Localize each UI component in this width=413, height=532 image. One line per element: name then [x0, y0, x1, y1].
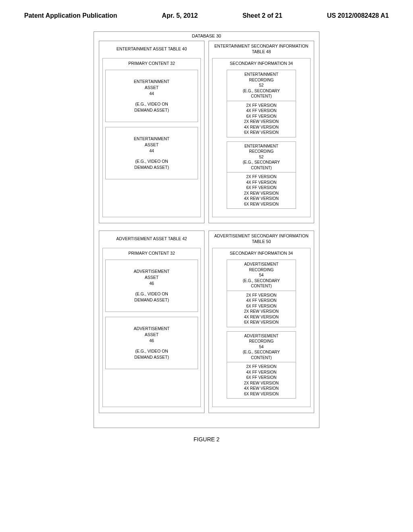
- version-item: 6X FF VERSION: [246, 375, 276, 380]
- figure-container: DATABASE 30 ENTERTAINMENT ASSET TABLE 40…: [24, 31, 389, 428]
- asset-eg1: (E.G., VIDEO ON: [109, 348, 194, 354]
- asset-eg1: (E.G., VIDEO ON: [109, 101, 194, 107]
- recording-line2: RECORDING: [229, 77, 294, 83]
- asset-eg2: DEMAND ASSET): [109, 164, 194, 170]
- recording-ref: 54: [229, 272, 294, 278]
- asset-eg1: (E.G., VIDEO ON: [109, 158, 194, 164]
- asset-ref: 44: [109, 148, 194, 154]
- recording-eg2: CONTENT): [229, 94, 294, 99]
- advertisement-row: ADVERTISEMENT ASSET TABLE 42 PRIMARY CON…: [99, 231, 314, 413]
- recording-line2: RECORDING: [229, 339, 294, 344]
- version-item: 2X FF VERSION: [246, 174, 276, 180]
- recording-eg1: (E.G., SECONDARY: [229, 160, 294, 165]
- version-item: 2X REW VERSION: [244, 191, 279, 196]
- page-header: Patent Application Publication Apr. 5, 2…: [24, 12, 389, 19]
- asset-box: ADVERTISEMENT ASSET 46 (E.G., VIDEO ON D…: [105, 260, 198, 312]
- version-item: 2X REW VERSION: [244, 380, 279, 386]
- asset-box: ENTERTAINMENT ASSET 44 (E.G., VIDEO ON D…: [105, 127, 198, 179]
- asset-line2: ASSET: [109, 85, 194, 91]
- content-title: PRIMARY CONTENT 32: [105, 251, 198, 256]
- version-item: 6X FF VERSION: [246, 185, 276, 191]
- versions-list: 2X FF VERSION 4X FF VERSION 6X FF VERSIO…: [227, 172, 296, 208]
- asset-line1: ENTERTAINMENT: [109, 136, 194, 142]
- sheet-number: Sheet 2 of 21: [242, 12, 282, 19]
- version-item: 6X REW VERSION: [244, 130, 279, 135]
- version-item: 2X FF VERSION: [246, 364, 276, 370]
- publication-date: Apr. 5, 2012: [162, 12, 198, 19]
- advertisement-asset-table: ADVERTISEMENT ASSET TABLE 42 PRIMARY CON…: [99, 231, 204, 413]
- version-item: 6X REW VERSION: [244, 391, 279, 397]
- recording-header: ENTERTAINMENT RECORDING 52 (E.G., SECOND…: [227, 142, 296, 173]
- version-item: 2X REW VERSION: [244, 309, 279, 314]
- recording-box: ENTERTAINMENT RECORDING 52 (E.G., SECOND…: [227, 70, 296, 137]
- content-title: PRIMARY CONTENT 32: [105, 61, 198, 66]
- version-item: 2X FF VERSION: [246, 293, 276, 298]
- primary-content-box: PRIMARY CONTENT 32 ENTERTAINMENT ASSET 4…: [102, 58, 201, 217]
- recording-eg1: (E.G., SECONDARY: [229, 88, 294, 94]
- asset-ref: 44: [109, 91, 194, 97]
- content-title: SECONDARY INFORMATION 34: [215, 61, 308, 66]
- versions-list: 2X FF VERSION 4X FF VERSION 6X FF VERSIO…: [227, 291, 296, 327]
- recording-eg2: CONTENT): [229, 355, 294, 361]
- primary-content-box: PRIMARY CONTENT 32 ADVERTISEMENT ASSET 4…: [102, 248, 201, 407]
- versions-list: 2X FF VERSION 4X FF VERSION 6X FF VERSIO…: [227, 362, 296, 398]
- asset-eg2: DEMAND ASSET): [109, 297, 194, 303]
- database-box: DATABASE 30 ENTERTAINMENT ASSET TABLE 40…: [94, 31, 319, 428]
- publication-number: US 2012/0082428 A1: [327, 12, 389, 19]
- entertainment-asset-table: ENTERTAINMENT ASSET TABLE 40 PRIMARY CON…: [99, 41, 204, 223]
- recording-ref: 54: [229, 344, 294, 350]
- entertainment-row: ENTERTAINMENT ASSET TABLE 40 PRIMARY CON…: [99, 41, 314, 223]
- recording-eg1: (E.G., SECONDARY: [229, 278, 294, 284]
- secondary-content-box: SECONDARY INFORMATION 34 ENTERTAINMENT R…: [212, 58, 311, 217]
- asset-line1: ADVERTISEMENT: [109, 326, 194, 332]
- recording-box: ADVERTISEMENT RECORDING 54 (E.G., SECOND…: [227, 331, 296, 399]
- asset-eg2: DEMAND ASSET): [109, 107, 194, 113]
- recording-line1: ENTERTAINMENT: [229, 72, 294, 77]
- recording-box: ADVERTISEMENT RECORDING 54 (E.G., SECOND…: [227, 260, 296, 327]
- table-title: ADVERTISEMENT ASSET TABLE 42: [102, 233, 201, 245]
- asset-eg2: DEMAND ASSET): [109, 354, 194, 360]
- asset-eg1: (E.G., VIDEO ON: [109, 291, 194, 297]
- version-item: 4X FF VERSION: [246, 370, 276, 375]
- version-item: 2X REW VERSION: [244, 119, 279, 125]
- recording-eg1: (E.G., SECONDARY: [229, 349, 294, 355]
- version-item: 4X REW VERSION: [244, 386, 279, 391]
- recording-line1: ADVERTISEMENT: [229, 333, 294, 339]
- version-item: 4X FF VERSION: [246, 180, 276, 185]
- figure-caption: FIGURE 2: [24, 436, 389, 443]
- asset-ref: 46: [109, 338, 194, 344]
- table-title: ADVERTISEMENT SECONDARY INFORMATION TABL…: [212, 233, 311, 245]
- recording-header: ADVERTISEMENT RECORDING 54 (E.G., SECOND…: [227, 260, 296, 291]
- advertisement-secondary-table: ADVERTISEMENT SECONDARY INFORMATION TABL…: [209, 231, 314, 413]
- versions-list: 2X FF VERSION 4X FF VERSION 6X FF VERSIO…: [227, 101, 296, 137]
- recording-line2: RECORDING: [229, 267, 294, 273]
- asset-line2: ASSET: [109, 274, 194, 281]
- asset-line1: ENTERTAINMENT: [109, 79, 194, 85]
- asset-ref: 46: [109, 281, 194, 287]
- version-item: 6X REW VERSION: [244, 320, 279, 325]
- version-item: 4X REW VERSION: [244, 125, 279, 130]
- asset-line1: ADVERTISEMENT: [109, 268, 194, 274]
- version-item: 4X REW VERSION: [244, 196, 279, 202]
- asset-box: ENTERTAINMENT ASSET 44 (E.G., VIDEO ON D…: [105, 70, 198, 122]
- recording-ref: 52: [229, 83, 294, 88]
- table-title: ENTERTAINMENT ASSET TABLE 40: [102, 44, 201, 55]
- recording-eg2: CONTENT): [229, 283, 294, 289]
- publication-type: Patent Application Publication: [24, 12, 117, 19]
- version-item: 4X FF VERSION: [246, 298, 276, 303]
- content-title: SECONDARY INFORMATION 34: [215, 251, 308, 256]
- asset-line2: ASSET: [109, 332, 194, 338]
- recording-header: ADVERTISEMENT RECORDING 54 (E.G., SECOND…: [227, 332, 296, 363]
- database-label: DATABASE 30: [99, 33, 314, 38]
- version-item: 4X FF VERSION: [246, 108, 276, 114]
- secondary-content-box: SECONDARY INFORMATION 34 ADVERTISEMENT R…: [212, 248, 311, 407]
- recording-line1: ENTERTAINMENT: [229, 143, 294, 149]
- version-item: 4X REW VERSION: [244, 314, 279, 320]
- version-item: 6X FF VERSION: [246, 114, 276, 119]
- table-title: ENTERTAINMENT SECONDARY INFORMATION TABL…: [212, 44, 311, 55]
- version-item: 6X REW VERSION: [244, 202, 279, 207]
- recording-line2: RECORDING: [229, 149, 294, 154]
- recording-header: ENTERTAINMENT RECORDING 52 (E.G., SECOND…: [227, 70, 296, 101]
- recording-box: ENTERTAINMENT RECORDING 52 (E.G., SECOND…: [227, 141, 296, 209]
- entertainment-secondary-table: ENTERTAINMENT SECONDARY INFORMATION TABL…: [209, 41, 314, 223]
